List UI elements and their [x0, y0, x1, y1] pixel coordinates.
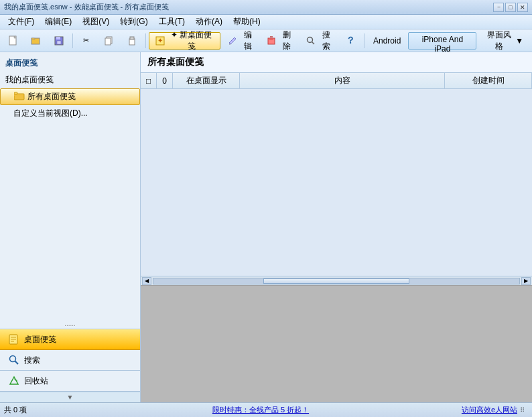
new-note-label: ✦ 新桌面便笺 [168, 29, 214, 52]
sidebar-bottom-arrow[interactable]: ▼ [67, 394, 74, 401]
save-file-icon [53, 35, 65, 47]
style-dropdown-arrow: ▼ [515, 36, 523, 46]
col-header-icon1: □ [141, 73, 157, 88]
horizontal-scrollbar[interactable]: ◀ ▶ [141, 276, 532, 285]
notes-tab-label: 桌面便笺 [24, 334, 56, 345]
delete-button[interactable]: 删除 [261, 32, 300, 50]
col-header-time: 创建时间 [445, 73, 532, 88]
iphone-ipad-button[interactable]: iPhone And iPad [408, 32, 476, 50]
close-button[interactable]: ✕ [517, 3, 528, 12]
search-icon [305, 35, 316, 47]
scroll-thumb[interactable] [263, 278, 409, 284]
sidebar-tab-notes[interactable]: 桌面便笺 [0, 329, 140, 350]
svg-rect-8 [105, 38, 111, 45]
folder-icon [14, 92, 25, 102]
menu-file[interactable]: 文件(F) [3, 15, 40, 29]
open-file-icon [30, 35, 42, 47]
toolbar-new-file[interactable] [3, 32, 24, 50]
help-icon: ？ [344, 35, 356, 47]
svg-rect-5 [56, 37, 60, 39]
toolbar-cut[interactable]: ✂ [76, 32, 97, 50]
scroll-track[interactable] [153, 278, 520, 284]
col-header-icon2: 0 [157, 73, 173, 88]
edit-button[interactable]: 编辑 [222, 32, 260, 50]
table-header: □ 0 在桌面显示 内容 创建时间 [141, 73, 532, 89]
svg-line-27 [15, 361, 19, 365]
sidebar-custom-view[interactable]: 自定义当前视图(D)... [0, 105, 140, 122]
title-text: 我的桌面便笺.esnw - 效能桌面便笺 - 所有桌面便笺 [4, 2, 493, 12]
paste-icon [126, 35, 138, 47]
toolbar-paste[interactable] [121, 32, 143, 50]
menu-view[interactable]: 视图(V) [77, 15, 115, 29]
svg-rect-10 [130, 37, 134, 39]
toolbar-sep-2 [145, 33, 146, 48]
delete-label: 删除 [279, 29, 295, 52]
sidebar-title: 桌面便笺 [0, 55, 140, 72]
sidebar-top: 桌面便笺 我的桌面便笺 所有桌面便笺 自定义当前视图(D)... [0, 52, 140, 319]
svg-text:✦: ✦ [157, 37, 163, 44]
title-bar: 我的桌面便笺.esnw - 效能桌面便笺 - 所有桌面便笺 － □ ✕ [0, 0, 532, 15]
delete-icon [266, 35, 277, 47]
iphone-ipad-label: iPhone And iPad [422, 35, 463, 54]
svg-rect-14 [268, 38, 275, 44]
sidebar-dots: ...... [0, 319, 140, 329]
svg-rect-6 [57, 41, 61, 44]
recycle-tab-label: 回收站 [24, 376, 48, 387]
style-button[interactable]: 界面风格 ▼ [478, 32, 529, 50]
toolbar-save-file[interactable] [48, 32, 70, 50]
sidebar-tab-recycle[interactable]: 回收站 [0, 371, 140, 392]
toolbar-copy[interactable] [98, 32, 120, 50]
toolbar-open-file[interactable] [25, 32, 47, 50]
status-count: 共 0 项 [4, 405, 84, 415]
main-content: 桌面便笺 我的桌面便笺 所有桌面便笺 自定义当前视图(D)... ...... [0, 52, 532, 402]
preview-area [141, 285, 532, 402]
svg-point-26 [10, 356, 16, 362]
right-panel: 所有桌面便笺 □ 0 在桌面显示 内容 创建时间 ◀ ▶ [141, 52, 532, 402]
resize-grip-icon: ⠿ [520, 406, 528, 414]
sidebar-item-all-notes[interactable]: 所有桌面便笺 [0, 88, 140, 105]
menu-bar: 文件(F) 编辑(E) 视图(V) 转到(G) 工具(T) 动作(A) 帮助(H… [0, 15, 532, 29]
my-notes-label: 我的桌面便笺 [0, 72, 140, 88]
menu-edit[interactable]: 编辑(E) [40, 15, 77, 29]
android-label: Android [373, 36, 401, 46]
svg-rect-21 [14, 92, 17, 94]
scroll-right-button[interactable]: ▶ [521, 277, 531, 285]
col-header-display: 在桌面显示 [173, 73, 240, 88]
android-button[interactable]: Android [367, 32, 407, 50]
sidebar-tab-search[interactable]: 搜索 [0, 350, 140, 371]
cut-icon: ✂ [80, 35, 92, 47]
help-button[interactable]: ？ [340, 32, 361, 50]
maximize-button[interactable]: □ [505, 3, 516, 12]
search-button[interactable]: 搜索 [300, 32, 338, 50]
status-site-link[interactable]: 访问高效e人网站 [437, 405, 517, 415]
new-note-button[interactable]: ✦ ✦ 新桌面便笺 [149, 32, 220, 50]
search-tab-label: 搜索 [24, 355, 40, 366]
panel-title: 所有桌面便笺 [141, 52, 532, 73]
minimize-button[interactable]: － [493, 3, 504, 12]
custom-view-label: 自定义当前视图(D)... [13, 108, 88, 118]
sidebar: 桌面便笺 我的桌面便笺 所有桌面便笺 自定义当前视图(D)... ...... [0, 52, 141, 402]
svg-line-18 [312, 41, 314, 44]
menu-action[interactable]: 动作(A) [190, 15, 228, 29]
copy-icon [103, 35, 115, 47]
search-label: 搜索 [318, 29, 334, 52]
svg-rect-3 [31, 38, 35, 40]
new-note-icon: ✦ [155, 35, 166, 47]
status-promo-link[interactable]: 限时特惠：全线产品 5 折起！ [84, 405, 437, 415]
menu-goto[interactable]: 转到(G) [115, 15, 153, 29]
new-file-icon [7, 35, 19, 47]
menu-tools[interactable]: 工具(T) [153, 15, 190, 29]
sidebar-bottom: 桌面便笺 搜索 [0, 329, 140, 402]
scroll-left-button[interactable]: ◀ [142, 277, 151, 285]
style-label: 界面风格 [484, 29, 514, 52]
col-header-content: 内容 [240, 73, 445, 88]
search-tab-icon [8, 354, 20, 366]
recycle-tab-icon [8, 375, 20, 387]
table-body [141, 89, 532, 276]
table-area: □ 0 在桌面显示 内容 创建时间 [141, 73, 532, 276]
edit-label: 编辑 [240, 29, 255, 52]
edit-icon [226, 35, 238, 47]
menu-help[interactable]: 帮助(H) [228, 15, 266, 29]
notes-tab-icon [8, 333, 20, 345]
toolbar-sep-1 [72, 33, 73, 48]
